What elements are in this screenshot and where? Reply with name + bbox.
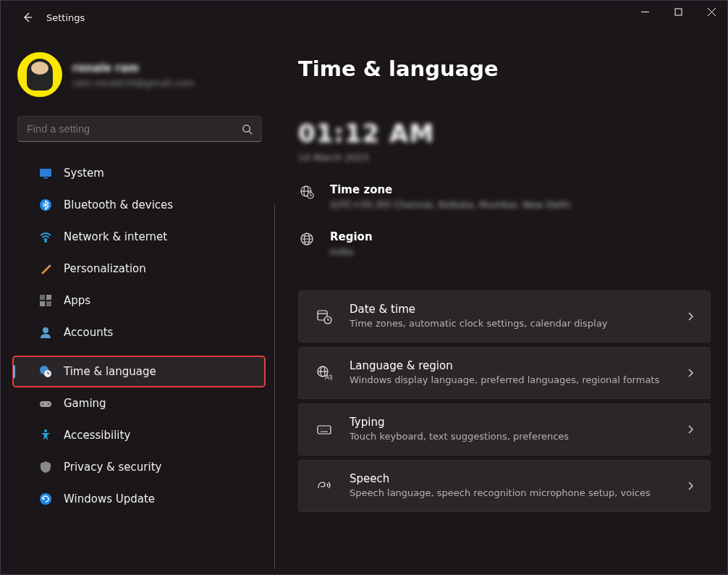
system-icon	[39, 167, 52, 180]
minimize-button[interactable]	[628, 0, 661, 23]
nav-label: Apps	[64, 294, 90, 307]
card-title: Typing	[350, 416, 669, 429]
nav-item-accounts[interactable]: Accounts	[13, 317, 265, 348]
svg-rect-8	[40, 301, 45, 306]
timezone-value: (UTC+05:30) Chennai, Kolkata, Mumbai, Ne…	[330, 199, 570, 210]
page-title: Time & language	[298, 56, 711, 81]
card-title: Speech	[350, 472, 669, 485]
calendar-clock-icon	[315, 309, 334, 324]
nav-item-privacy[interactable]: Privacy & security	[13, 452, 265, 482]
card-title: Language & region	[350, 359, 669, 372]
svg-rect-7	[46, 295, 51, 300]
card-speech[interactable]: Speech Speech language, speech recogniti…	[298, 460, 711, 512]
chevron-right-icon	[685, 368, 695, 378]
update-icon	[39, 492, 52, 505]
maximize-button[interactable]	[661, 0, 695, 23]
nav-item-network[interactable]: Network & internet	[13, 222, 265, 252]
card-language-region[interactable]: A字 Language & region Windows display lan…	[298, 347, 711, 399]
card-title: Date & time	[350, 303, 669, 316]
nav-item-personalization[interactable]: Personalization	[13, 253, 265, 284]
svg-text:A字: A字	[325, 374, 332, 381]
search-input[interactable]	[27, 123, 242, 135]
date: 14 March 2023	[298, 152, 711, 163]
chevron-right-icon	[685, 481, 695, 491]
nav-item-time-language[interactable]: Time & language	[13, 356, 265, 387]
profile-section[interactable]: ronale ram ram.ronale16@gmail.com	[0, 48, 275, 97]
nav-list: System Bluetooth & devices Network & int…	[0, 158, 275, 514]
apps-icon	[39, 294, 52, 307]
card-sub: Time zones, automatic clock settings, ca…	[350, 317, 669, 330]
svg-rect-9	[46, 301, 51, 306]
region-label: Region	[330, 230, 373, 243]
brush-icon	[39, 262, 52, 275]
timezone-globe-icon	[298, 183, 316, 210]
wifi-icon	[39, 230, 52, 243]
bluetooth-icon	[39, 198, 52, 211]
svg-point-15	[48, 403, 49, 405]
svg-rect-0	[675, 9, 682, 15]
gamepad-icon	[39, 397, 52, 410]
close-window-button[interactable]	[695, 0, 728, 23]
accessibility-icon	[39, 429, 52, 442]
maximize-icon	[674, 8, 682, 16]
close-icon	[708, 8, 716, 16]
nav-item-system[interactable]: System	[13, 158, 265, 188]
nav-label: Time & language	[64, 365, 156, 378]
nav-item-bluetooth[interactable]: Bluetooth & devices	[13, 190, 265, 220]
speech-icon	[315, 478, 334, 494]
card-sub: Speech language, speech recognition micr…	[350, 487, 669, 500]
back-button[interactable]	[13, 3, 42, 32]
minimize-icon	[641, 8, 649, 16]
svg-rect-3	[43, 177, 48, 179]
svg-point-1	[243, 125, 250, 131]
chevron-right-icon	[685, 311, 695, 322]
nav-label: Accessibility	[64, 429, 130, 442]
card-typing[interactable]: Typing Touch keyboard, text suggestions,…	[298, 403, 711, 456]
timezone-row: Time zone (UTC+05:30) Chennai, Kolkata, …	[298, 183, 711, 210]
search-icon	[242, 124, 253, 135]
back-arrow-icon	[22, 12, 33, 23]
svg-point-17	[40, 493, 51, 505]
shield-icon	[39, 461, 52, 474]
nav-label: Windows Update	[64, 492, 155, 505]
nav-label: Network & internet	[64, 230, 167, 243]
cards-list: Date & time Time zones, automatic clock …	[298, 290, 711, 512]
svg-point-16	[44, 429, 47, 432]
svg-point-10	[43, 327, 48, 333]
svg-rect-13	[40, 401, 51, 407]
card-sub: Touch keyboard, text suggestions, prefer…	[350, 430, 669, 443]
clock: 01:12 AM	[298, 119, 711, 148]
card-date-time[interactable]: Date & time Time zones, automatic clock …	[298, 290, 711, 343]
nav-item-apps[interactable]: Apps	[13, 285, 265, 316]
title-bar: Settings	[0, 0, 728, 35]
region-value: India	[330, 246, 373, 257]
language-globe-icon: A字	[315, 365, 334, 381]
search-box[interactable]	[17, 116, 262, 142]
svg-rect-2	[40, 169, 51, 177]
nav-item-accessibility[interactable]: Accessibility	[13, 420, 265, 450]
nav-label: System	[64, 167, 104, 180]
profile-email: ram.ronale16@gmail.com	[72, 77, 194, 88]
svg-rect-6	[40, 295, 45, 300]
card-sub: Windows display language, preferred lang…	[350, 374, 669, 387]
chevron-right-icon	[685, 424, 695, 435]
svg-point-5	[45, 240, 46, 242]
nav-label: Personalization	[64, 262, 146, 275]
person-icon	[39, 326, 52, 339]
nav-label: Privacy & security	[64, 461, 161, 474]
globe-clock-icon	[39, 365, 52, 378]
timezone-label: Time zone	[330, 183, 570, 196]
keyboard-icon	[315, 421, 334, 437]
nav-label: Accounts	[64, 326, 113, 339]
svg-point-14	[42, 403, 43, 405]
nav-item-windows-update[interactable]: Windows Update	[13, 484, 265, 514]
nav-label: Bluetooth & devices	[64, 198, 173, 211]
avatar	[17, 52, 62, 97]
sidebar: ronale ram ram.ronale16@gmail.com System…	[0, 35, 275, 575]
nav-item-gaming[interactable]: Gaming	[13, 388, 265, 419]
app-title: Settings	[46, 12, 85, 23]
profile-name: ronale ram	[72, 62, 194, 75]
nav-label: Gaming	[64, 397, 106, 410]
svg-rect-28	[318, 426, 331, 434]
content-area: Time & language 01:12 AM 14 March 2023 T…	[275, 35, 728, 575]
